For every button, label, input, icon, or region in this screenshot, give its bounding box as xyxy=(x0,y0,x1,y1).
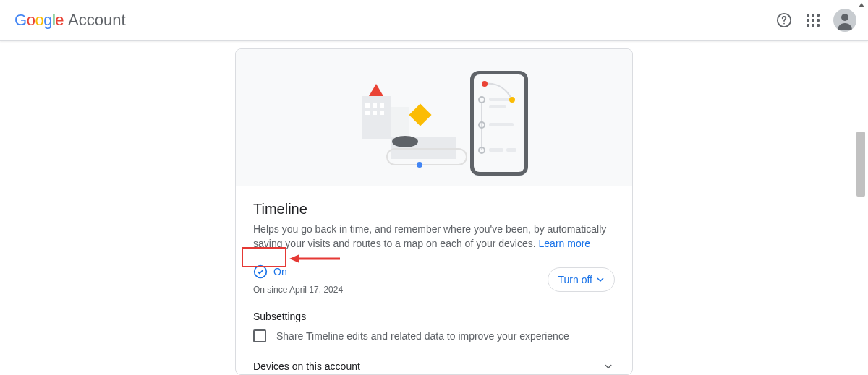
checkbox-icon[interactable] xyxy=(253,329,266,342)
svg-rect-2 xyxy=(362,96,391,139)
svg-point-1 xyxy=(783,23,785,25)
devices-label: Devices on this account xyxy=(253,361,360,372)
svg-rect-6 xyxy=(380,103,384,108)
svg-rect-9 xyxy=(380,111,384,115)
svg-rect-26 xyxy=(506,148,516,152)
svg-point-28 xyxy=(509,97,515,103)
subsettings-heading: Subsettings xyxy=(253,311,615,322)
caret-down-icon xyxy=(597,276,604,283)
status-indicator: On xyxy=(253,264,343,279)
svg-rect-3 xyxy=(391,107,409,139)
timeline-card: Timeline Helps you go back in time, and … xyxy=(235,48,633,375)
svg-point-15 xyxy=(392,136,418,147)
svg-rect-24 xyxy=(489,123,514,126)
svg-rect-23 xyxy=(489,105,506,108)
learn-more-link[interactable]: Learn more xyxy=(539,238,591,249)
google-logo: Google xyxy=(14,11,64,30)
section-description: Helps you go back in time, and remember … xyxy=(253,222,615,251)
devices-expander[interactable]: Devices on this account xyxy=(253,360,615,375)
brand[interactable]: Google Account xyxy=(14,11,126,30)
section-title: Timeline xyxy=(253,201,615,217)
chevron-down-icon xyxy=(602,360,615,373)
brand-product-label: Account xyxy=(68,11,126,30)
svg-rect-25 xyxy=(489,148,503,152)
status-since: On since April 17, 2024 xyxy=(253,285,343,295)
svg-rect-7 xyxy=(365,111,370,115)
svg-rect-4 xyxy=(365,103,370,108)
avatar[interactable] xyxy=(833,9,856,32)
svg-point-14 xyxy=(417,162,422,168)
svg-point-29 xyxy=(255,265,267,277)
page-content: Timeline Helps you go back in time, and … xyxy=(0,41,868,375)
subsetting-share-edits[interactable]: Share Timeline edits and related data to… xyxy=(253,329,615,342)
scrollbar-thumb[interactable] xyxy=(856,132,865,197)
subsetting-label: Share Timeline edits and related data to… xyxy=(276,330,569,342)
svg-rect-8 xyxy=(373,111,377,115)
turn-off-label: Turn off xyxy=(558,274,592,285)
scrollbar[interactable] xyxy=(856,0,867,375)
check-circle-icon xyxy=(253,264,268,279)
hero-illustration xyxy=(236,49,632,186)
apps-icon[interactable] xyxy=(799,6,827,35)
svg-rect-5 xyxy=(373,103,377,108)
help-icon[interactable] xyxy=(770,6,799,35)
svg-marker-10 xyxy=(369,84,383,96)
status-label: On xyxy=(273,266,287,277)
svg-point-27 xyxy=(482,81,488,87)
svg-rect-11 xyxy=(409,103,431,126)
app-header: Google Account xyxy=(0,0,868,41)
turn-off-button[interactable]: Turn off xyxy=(548,267,615,292)
